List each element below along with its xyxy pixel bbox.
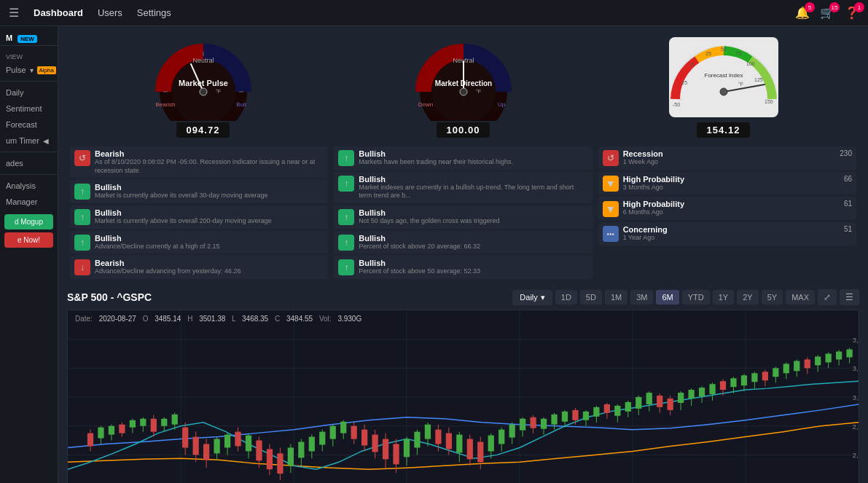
interval-dropdown[interactable]: Daily ▾ bbox=[512, 290, 552, 305]
sidebar-item-analysis[interactable]: Analysis bbox=[0, 178, 58, 194]
svg-text:°F: °F bbox=[216, 89, 221, 94]
svg-rect-180 bbox=[783, 364, 789, 374]
signal-3-3: ▼ High Probability 6 Months Ago 61 bbox=[598, 197, 856, 220]
gauge-pulse-container: Neutral Bearish Bull Market Pulse °F bbox=[149, 34, 258, 121]
svg-rect-144 bbox=[593, 407, 599, 417]
signal-title-recession: Recession bbox=[623, 149, 663, 158]
signal-title-1-3: Bullish bbox=[95, 208, 324, 217]
signal-icon-bullish-4: ↑ bbox=[338, 150, 354, 166]
svg-rect-132 bbox=[530, 417, 536, 428]
signal-title-2-1: Bullish bbox=[359, 149, 587, 158]
sidebar-view-label: VIEW bbox=[0, 50, 58, 62]
svg-point-34 bbox=[720, 88, 727, 95]
sidebar-item-sentiment[interactable]: Sentiment bbox=[0, 101, 58, 117]
signal-1-3: ↑ Bullish Market is currently above its … bbox=[70, 205, 328, 229]
sidebar-item-ades[interactable]: ades bbox=[0, 155, 58, 171]
period-2y[interactable]: 2Y bbox=[737, 290, 758, 305]
svg-rect-164 bbox=[699, 388, 705, 396]
share-btn[interactable]: ⤢ bbox=[818, 289, 837, 305]
period-1d[interactable]: 1D bbox=[555, 290, 577, 305]
svg-text:-25: -25 bbox=[680, 80, 687, 85]
signal-2-5: ↑ Bullish Percent of stock above 50 aver… bbox=[334, 256, 592, 279]
sidebar-item-pulse[interactable]: Pulse ▾ Alpha bbox=[0, 62, 58, 78]
svg-rect-148 bbox=[614, 406, 620, 416]
signal-sub-highprob-1: 3 Months Ago bbox=[623, 184, 684, 192]
svg-rect-35 bbox=[68, 310, 859, 483]
period-ytd[interactable]: YTD bbox=[682, 290, 710, 305]
signal-icon-highprob-1: ▼ bbox=[603, 176, 619, 192]
nav-settings[interactable]: Settings bbox=[137, 7, 171, 18]
signal-icon-concerning: ••• bbox=[603, 226, 619, 242]
svg-rect-130 bbox=[520, 419, 525, 431]
signal-desc-2-1: Markets have been trading near their his… bbox=[359, 158, 587, 167]
svg-text:3,000: 3,000 bbox=[853, 394, 859, 401]
svg-text:Forecast Index: Forecast Index bbox=[704, 72, 743, 79]
candlestick-chart: Date: 2020-08-27 O 3485.14 H 3501.38 L 3… bbox=[67, 310, 859, 483]
sidebar-item-forecast[interactable]: Forecast bbox=[0, 117, 58, 133]
svg-rect-146 bbox=[604, 404, 610, 413]
sidebar-item-daily[interactable]: Daily bbox=[0, 85, 58, 101]
svg-rect-154 bbox=[646, 393, 652, 404]
signal-icon-bullish-7: ↑ bbox=[338, 235, 354, 251]
svg-rect-110 bbox=[414, 432, 420, 448]
period-5y[interactable]: 5Y bbox=[762, 290, 783, 305]
notification-bell-btn[interactable]: 🔔 5 bbox=[795, 6, 810, 20]
bell-badge: 5 bbox=[805, 2, 815, 12]
nav-users[interactable]: Users bbox=[98, 7, 122, 18]
svg-text:2,600: 2,600 bbox=[853, 452, 859, 460]
signal-title-2-5: Bullish bbox=[359, 259, 587, 267]
svg-rect-62 bbox=[161, 419, 167, 426]
help-btn[interactable]: ❓ 1 bbox=[845, 6, 859, 20]
svg-rect-134 bbox=[541, 419, 547, 429]
period-3m[interactable]: 3M bbox=[630, 290, 653, 305]
svg-rect-72 bbox=[214, 439, 219, 454]
sidebar-divider-3 bbox=[0, 174, 58, 175]
svg-rect-88 bbox=[298, 442, 304, 458]
svg-text:Market Pulse: Market Pulse bbox=[179, 79, 228, 87]
cart-btn[interactable]: 🛒 15 bbox=[820, 6, 834, 20]
period-1y[interactable]: 1Y bbox=[713, 290, 734, 305]
signal-1-2: ↑ Bullish Market is currently above its … bbox=[70, 180, 328, 203]
table-btn[interactable]: ☰ bbox=[840, 289, 859, 305]
signal-title-1-4: Bullish bbox=[95, 234, 324, 243]
gauge-forecast-value: 154.12 bbox=[697, 122, 751, 138]
gauge-pulse-value: 094.72 bbox=[176, 122, 230, 138]
svg-rect-128 bbox=[509, 425, 515, 438]
svg-rect-178 bbox=[773, 368, 778, 377]
svg-text:Up: Up bbox=[497, 101, 505, 108]
period-6m[interactable]: 6M bbox=[656, 290, 679, 305]
svg-text:Bearish: Bearish bbox=[155, 101, 175, 108]
signal-desc-1-1: As of 8/10/2020 9:08:02 PM -05:00. Reces… bbox=[95, 158, 324, 175]
market-direction-gauge: Neutral Down Up Market Direction °F 100.… bbox=[405, 34, 522, 138]
nav-dashboard[interactable]: Dashboard bbox=[34, 7, 83, 18]
period-5d[interactable]: 5D bbox=[580, 290, 602, 305]
svg-rect-160 bbox=[678, 393, 684, 403]
forecast-index-gauge: -50 -25 0 25 50 75 100 125 150 Forecast … bbox=[665, 34, 782, 138]
sidebar-item-timer[interactable]: um Timer ◀ bbox=[0, 133, 58, 149]
svg-text:°F: °F bbox=[476, 89, 481, 94]
svg-text:Down: Down bbox=[418, 101, 432, 108]
gauges-section: Neutral Bearish Bull Market Pulse °F bbox=[58, 26, 868, 142]
svg-rect-70 bbox=[203, 444, 209, 460]
svg-rect-138 bbox=[562, 412, 568, 422]
svg-rect-90 bbox=[309, 437, 315, 452]
svg-rect-158 bbox=[668, 398, 673, 410]
svg-rect-120 bbox=[467, 439, 473, 460]
signal-desc-1-3: Market is currently above its overall 20… bbox=[95, 217, 324, 226]
add-mogup-btn[interactable]: d Mogup bbox=[4, 214, 53, 229]
period-max[interactable]: MAX bbox=[786, 290, 815, 305]
sidebar-item-manager[interactable]: Manager bbox=[0, 194, 58, 210]
svg-text:150: 150 bbox=[765, 99, 773, 104]
enroll-now-btn[interactable]: e Now! bbox=[4, 232, 53, 248]
signal-icon-bullish-6: ↑ bbox=[338, 209, 354, 225]
svg-rect-106 bbox=[393, 444, 399, 465]
svg-rect-136 bbox=[551, 415, 557, 425]
period-1m[interactable]: 1M bbox=[605, 290, 627, 305]
signal-3-2: ▼ High Probability 3 Months Ago 66 bbox=[598, 172, 856, 195]
main-content: Neutral Bearish Bull Market Pulse °F bbox=[58, 26, 868, 483]
chart-title: S&P 500 - ^GSPC bbox=[67, 291, 152, 303]
hamburger-icon[interactable]: ☰ bbox=[9, 6, 19, 20]
svg-rect-140 bbox=[572, 410, 578, 420]
signal-icon-bullish-3: ↑ bbox=[74, 235, 90, 251]
signal-icon-bullish-2: ↑ bbox=[74, 209, 90, 225]
